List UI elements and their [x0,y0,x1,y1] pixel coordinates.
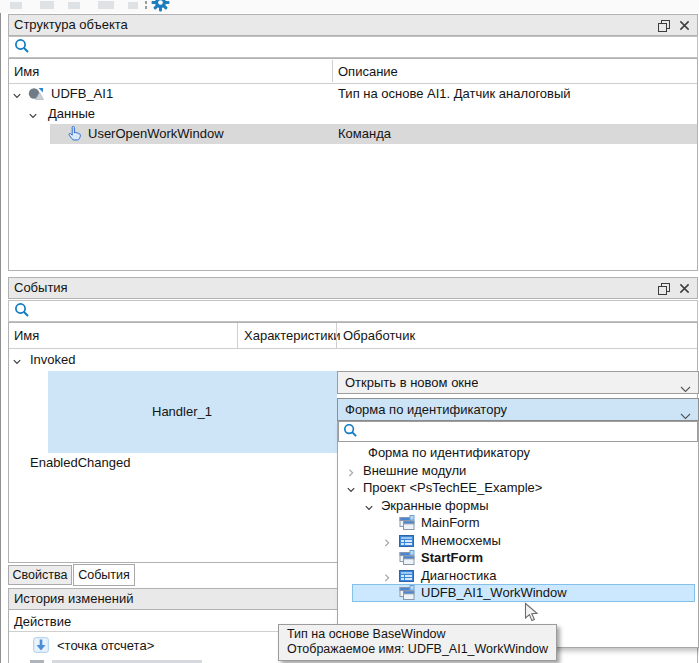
dropdown-item-screen-forms[interactable]: Экранные формы [338,497,698,515]
close-panel-button[interactable] [677,282,691,295]
column-divider [336,323,337,348]
app-window: Структура объекта Имя Описание UDFB_AI1 [0,0,699,663]
form-id-combobox[interactable]: Форма по идентификатору [337,398,699,421]
gear-icon[interactable] [151,0,170,15]
tree-row-dannye[interactable]: Данные [9,104,697,124]
events-panel-titlebar: События [8,277,698,299]
column-divider [332,60,333,82]
events-column-characteristics[interactable]: Характеристики [244,324,340,348]
dropdown-item-label: Мнемосхемы [421,532,501,550]
dropdown-item-mainform[interactable]: MainForm [338,514,698,532]
tab-label: Свойства [13,568,68,582]
udfb-type-icon [28,86,44,102]
tab-events[interactable]: События [73,564,135,586]
dropdown-item-label: UDFB_AI1_WorkWindow [421,584,567,602]
dropdown-item-label: Диагностика [421,567,496,585]
search-icon [343,423,358,441]
open-mode-combobox[interactable]: Открыть в новом окне [337,371,699,394]
history-panel-title: История изменений [14,589,134,609]
search-icon [14,302,30,321]
tree-item-label: Данные [48,104,95,124]
events-search[interactable] [8,300,698,322]
toolbar-separator [145,6,147,9]
dropdown-item-label: MainForm [421,514,480,532]
structure-panel-title: Структура объекта [14,15,128,35]
float-panel-button[interactable] [657,282,671,295]
chevron-down-icon [12,659,22,663]
mouse-cursor [524,602,539,626]
structure-column-description[interactable]: Описание [338,60,398,83]
combobox-value: Открыть в новом окне [345,375,478,390]
tree-row-udfb-ai1[interactable]: UDFB_AI1 Тип на основе AI1. Датчик анало… [9,84,697,104]
event-row-invoked[interactable]: Invoked [9,350,697,370]
structure-search-input[interactable] [35,37,697,57]
toolbar-icon [128,2,138,9]
close-panel-button[interactable] [677,19,691,32]
dock-edge [0,13,1,663]
dropdown-item-label: StartForm [421,549,483,567]
column-divider [237,323,238,348]
events-column-handler[interactable]: Обработчик [343,324,415,348]
tree-item-description: Команда [338,124,391,144]
toolbar-fragment [0,0,699,13]
toolbar-icon [10,2,22,9]
tooltip-line1: Тип на основе BaseWindow [287,627,548,642]
search-icon [14,38,30,57]
toolbar-icon [68,2,80,9]
dropdown-item-label: Внешние модули [363,462,466,480]
chevron-down-icon[interactable] [28,109,38,119]
hand-command-icon [66,126,82,142]
checkpoint-icon [33,637,49,653]
tree-row-useropenworkwindow[interactable]: UserOpenWorkWindow Команда [9,124,697,144]
structure-panel-titlebar: Структура объекта [8,14,698,36]
form-id-dropdown-popup: Форма по идентификатору Внешние модули П… [337,421,699,648]
structure-column-name[interactable]: Имя [14,60,39,83]
tree-item-label: UDFB_AI1 [51,84,113,104]
events-panel-title: События [14,278,68,298]
events-search-input[interactable] [35,301,697,321]
toolbar-separator [145,1,147,4]
tree-item-description: Тип на основе AI1. Датчик аналоговый [338,84,571,104]
dropdown-item-external-modules[interactable]: Внешние модули [338,462,698,480]
dropdown-item-diagnostics[interactable]: Диагностика [338,567,698,585]
dropdown-item-udfb-workwindow[interactable]: UDFB_AI1_WorkWindow [338,584,698,602]
history-column-action[interactable]: Действие [14,612,71,632]
toolbar-icon [98,1,114,9]
dropdown-item-mnemoschemes[interactable]: Мнемосхемы [338,532,698,550]
dropdown-search-input[interactable] [363,422,697,441]
form-icon [399,585,415,604]
tooltip: Тип на основе BaseWindow Отображаемое им… [278,624,557,661]
dropdown-item-startform[interactable]: StartForm [338,549,698,567]
chevron-down-icon[interactable] [12,89,22,99]
tab-properties[interactable]: Свойства [8,565,72,585]
dropdown-item-label: Форма по идентификатору [368,444,530,462]
chevron-down-icon [680,381,691,396]
dropdown-item-form-by-id[interactable]: Форма по идентификатору [338,444,698,462]
dropdown-item-label: Экранные формы [381,497,488,515]
tab-label: События [78,568,130,582]
event-label: Invoked [30,350,76,370]
dropdown-item-label: Проект <PsTechEE_Example> [363,479,542,497]
events-column-name[interactable]: Имя [14,324,39,348]
handler-label: Handler_1 [152,404,212,420]
dropdown-search[interactable] [338,421,698,442]
combobox-value: Форма по идентификатору [345,402,507,417]
chevron-down-icon[interactable] [12,355,22,365]
tooltip-line2: Отображаемое имя: UDFB_AI1_WorkWindow [287,642,548,657]
float-panel-button[interactable] [657,19,671,32]
header-underline [9,348,697,349]
handler-row-selected[interactable]: Handler_1 [48,371,337,453]
dropdown-item-project[interactable]: Проект <PsTechEE_Example> [338,479,698,497]
event-label: EnabledChanged [30,453,130,473]
history-row-checkpoint[interactable]: <точка отсчета> [9,635,277,657]
toolbar-icon [40,1,54,9]
structure-search[interactable] [8,36,698,58]
history-row-label: <точка отсчета> [57,636,154,656]
tree-item-label: UserOpenWorkWindow [88,124,224,144]
